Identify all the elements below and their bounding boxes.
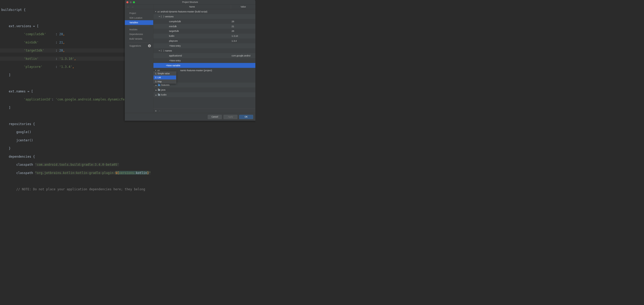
braces-icon: { } <box>160 15 164 18</box>
new-variable-type-popup: 1. Simple value 2. List 3. Map <box>153 71 176 84</box>
dialog-title: Project Structure <box>125 1 255 3</box>
gradle-icon <box>157 11 159 12</box>
project-structure-dialog: Project Structure ← → Project SDK Locati… <box>125 0 255 121</box>
sidebar-item-sdk-location[interactable]: SDK Location <box>125 16 153 20</box>
column-header-value[interactable]: Value <box>231 5 256 9</box>
new-entry-button[interactable]: +New entry <box>169 59 255 62</box>
sidebar: ← → Project SDK Location Variables Modul… <box>125 5 153 113</box>
chevron-down-icon[interactable]: ▼ <box>154 69 157 71</box>
popup-item-map[interactable]: 3. Map <box>153 79 176 83</box>
gradle-icon <box>157 69 159 71</box>
chevron-right-icon[interactable]: ▶ <box>155 89 158 91</box>
popup-item-simple-value[interactable]: 1. Simple value <box>153 72 176 76</box>
nav-back-icon[interactable]: ← <box>127 5 129 8</box>
new-variable-button[interactable]: +New variable <box>166 64 255 67</box>
dialog-footer: Cancel Apply OK <box>125 113 255 121</box>
variable-value[interactable]: 28 <box>231 30 256 32</box>
variable-name[interactable]: targetSdk <box>169 30 231 32</box>
variable-name[interactable]: compileSdk <box>169 20 231 23</box>
sidebar-item-dependencies[interactable]: Dependencies <box>125 32 153 37</box>
variable-name[interactable]: kotlin <box>169 35 231 37</box>
tree-node-folder[interactable]: kotlin <box>161 93 256 96</box>
chevron-down-icon[interactable]: ▼ <box>158 16 160 17</box>
variables-panel: Name Value ▼android-dynamic-features-mas… <box>153 5 256 113</box>
variable-name[interactable]: applicationId <box>169 54 231 57</box>
nav-forward-icon[interactable]: → <box>131 5 134 8</box>
suggestions-badge: 3 <box>148 44 151 47</box>
variable-value[interactable]: 1.3.10 <box>231 35 256 37</box>
chevron-down-icon[interactable]: ▼ <box>154 11 157 12</box>
folder-icon <box>158 89 160 91</box>
chevron-right-icon[interactable]: ▶ <box>155 94 158 96</box>
folder-icon <box>158 94 160 96</box>
titlebar[interactable]: Project Structure <box>125 0 255 5</box>
sidebar-item-variables[interactable]: Variables <box>125 20 153 25</box>
variable-value[interactable]: com.google.androi <box>231 54 256 57</box>
variable-name[interactable]: playcore <box>169 40 231 42</box>
folder-icon <box>158 84 160 86</box>
variable-value[interactable]: 28 <box>231 20 256 23</box>
popup-item-list[interactable]: 2. List <box>153 76 176 79</box>
chevron-right-icon[interactable]: ▶ <box>155 84 158 86</box>
new-entry-button[interactable]: +New entry <box>169 45 255 47</box>
sidebar-item-modules[interactable]: Modules <box>125 27 153 32</box>
variable-value[interactable]: 1.3.4 <box>231 40 256 42</box>
sidebar-item-build-variants[interactable]: Build Variants <box>125 37 153 41</box>
ok-button[interactable]: OK <box>239 115 253 119</box>
tree-node-folder[interactable]: java <box>161 89 256 91</box>
variable-name[interactable]: minSdk <box>169 25 231 27</box>
tree-node-build-script[interactable]: android-dynamic-features-master (build s… <box>160 10 255 13</box>
sidebar-item-suggestions[interactable]: Suggestions3 <box>125 43 153 48</box>
column-header-name[interactable]: Name <box>153 5 231 9</box>
chevron-down-icon[interactable]: ▼ <box>158 50 160 52</box>
tree-node-names[interactable]: names <box>165 49 256 52</box>
remove-icon[interactable]: − <box>159 109 160 112</box>
variables-tree[interactable]: ▼android-dynamic-features-master (build … <box>153 9 256 108</box>
braces-icon: { } <box>160 49 164 52</box>
tree-node-versions[interactable]: versions <box>165 15 256 18</box>
cancel-button[interactable]: Cancel <box>208 115 222 119</box>
variable-value[interactable]: 21 <box>231 25 256 27</box>
apply-button: Apply <box>223 115 237 119</box>
add-icon[interactable]: + <box>155 109 157 112</box>
tree-node-folder[interactable]: features <box>161 84 256 86</box>
sidebar-item-project[interactable]: Project <box>125 11 153 16</box>
